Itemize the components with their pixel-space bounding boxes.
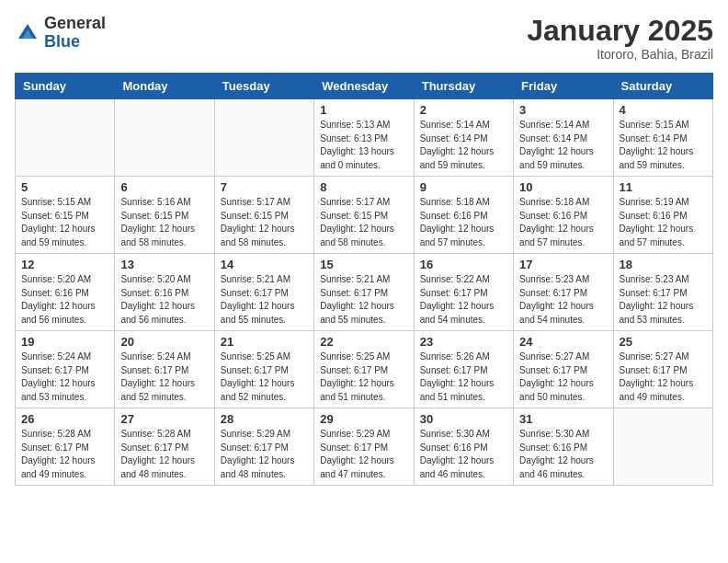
day-number: 19 <box>21 335 108 349</box>
day-info: Sunrise: 5:13 AM Sunset: 6:13 PM Dayligh… <box>320 119 407 172</box>
logo-general: General <box>44 14 106 32</box>
day-info: Sunrise: 5:15 AM Sunset: 6:14 PM Dayligh… <box>620 119 707 172</box>
day-info: Sunrise: 5:27 AM Sunset: 6:17 PM Dayligh… <box>519 350 607 404</box>
day-info: Sunrise: 5:20 AM Sunset: 6:16 PM Dayligh… <box>21 273 108 327</box>
calendar-cell: 4Sunrise: 5:15 AM Sunset: 6:14 PM Daylig… <box>613 99 712 177</box>
day-number: 14 <box>221 258 308 271</box>
calendar-cell: 18Sunrise: 5:23 AM Sunset: 6:17 PM Dayli… <box>613 254 712 331</box>
day-number: 26 <box>21 412 108 426</box>
calendar-cell: 7Sunrise: 5:17 AM Sunset: 6:15 PM Daylig… <box>214 177 313 254</box>
day-number: 22 <box>320 335 407 349</box>
calendar-cell: 24Sunrise: 5:27 AM Sunset: 6:17 PM Dayli… <box>514 331 613 408</box>
day-number: 25 <box>620 335 707 349</box>
page-header: General Blue January 2025 Itororo, Bahia… <box>15 15 713 62</box>
day-info: Sunrise: 5:29 AM Sunset: 6:17 PM Dayligh… <box>221 428 308 481</box>
calendar-cell: 14Sunrise: 5:21 AM Sunset: 6:17 PM Dayli… <box>214 254 313 331</box>
calendar-cell: 31Sunrise: 5:30 AM Sunset: 6:16 PM Dayli… <box>514 408 613 486</box>
location: Itororo, Bahia, Brazil <box>527 47 713 62</box>
day-info: Sunrise: 5:25 AM Sunset: 6:17 PM Dayligh… <box>320 350 407 404</box>
month-title: January 2025 <box>527 15 713 47</box>
day-number: 28 <box>221 412 308 426</box>
calendar-cell: 12Sunrise: 5:20 AM Sunset: 6:16 PM Dayli… <box>16 254 115 331</box>
day-number: 18 <box>620 258 707 271</box>
weekday-header-row: SundayMondayTuesdayWednesdayThursdayFrid… <box>16 74 713 99</box>
calendar-cell: 5Sunrise: 5:15 AM Sunset: 6:15 PM Daylig… <box>16 177 115 254</box>
calendar-week-row: 1Sunrise: 5:13 AM Sunset: 6:13 PM Daylig… <box>16 99 713 177</box>
calendar-table: SundayMondayTuesdayWednesdayThursdayFrid… <box>15 73 713 486</box>
calendar-cell: 25Sunrise: 5:27 AM Sunset: 6:17 PM Dayli… <box>613 331 712 408</box>
day-number: 13 <box>120 258 208 271</box>
day-number: 4 <box>620 103 707 117</box>
day-number: 1 <box>320 103 407 117</box>
calendar-cell: 23Sunrise: 5:26 AM Sunset: 6:17 PM Dayli… <box>414 331 513 408</box>
calendar-cell: 13Sunrise: 5:20 AM Sunset: 6:16 PM Dayli… <box>115 254 214 331</box>
day-info: Sunrise: 5:15 AM Sunset: 6:15 PM Dayligh… <box>21 196 108 249</box>
weekday-header: Monday <box>115 74 214 99</box>
day-info: Sunrise: 5:16 AM Sunset: 6:15 PM Dayligh… <box>120 196 208 249</box>
day-info: Sunrise: 5:24 AM Sunset: 6:17 PM Dayligh… <box>120 350 208 404</box>
calendar-cell: 22Sunrise: 5:25 AM Sunset: 6:17 PM Dayli… <box>314 331 414 408</box>
calendar-week-row: 12Sunrise: 5:20 AM Sunset: 6:16 PM Dayli… <box>16 254 713 331</box>
day-info: Sunrise: 5:24 AM Sunset: 6:17 PM Dayligh… <box>21 350 108 404</box>
day-number: 8 <box>320 180 407 194</box>
logo-icon <box>15 20 40 46</box>
day-info: Sunrise: 5:23 AM Sunset: 6:17 PM Dayligh… <box>620 273 707 327</box>
day-number: 10 <box>519 180 607 194</box>
day-number: 9 <box>420 180 507 194</box>
day-info: Sunrise: 5:29 AM Sunset: 6:17 PM Dayligh… <box>320 428 407 481</box>
weekday-header: Friday <box>514 74 613 99</box>
weekday-header: Wednesday <box>314 74 414 99</box>
day-number: 2 <box>420 103 507 117</box>
logo-blue: Blue <box>44 32 80 51</box>
calendar-cell: 9Sunrise: 5:18 AM Sunset: 6:16 PM Daylig… <box>414 177 513 254</box>
day-number: 23 <box>420 335 507 349</box>
day-info: Sunrise: 5:30 AM Sunset: 6:16 PM Dayligh… <box>420 428 507 481</box>
day-info: Sunrise: 5:14 AM Sunset: 6:14 PM Dayligh… <box>519 119 607 172</box>
day-info: Sunrise: 5:21 AM Sunset: 6:17 PM Dayligh… <box>221 273 308 327</box>
calendar-week-row: 5Sunrise: 5:15 AM Sunset: 6:15 PM Daylig… <box>16 177 713 254</box>
day-number: 15 <box>320 258 407 271</box>
day-number: 7 <box>221 180 308 194</box>
calendar-week-row: 26Sunrise: 5:28 AM Sunset: 6:17 PM Dayli… <box>16 408 713 486</box>
calendar-cell: 3Sunrise: 5:14 AM Sunset: 6:14 PM Daylig… <box>514 99 613 177</box>
day-info: Sunrise: 5:19 AM Sunset: 6:16 PM Dayligh… <box>620 196 707 249</box>
day-info: Sunrise: 5:17 AM Sunset: 6:15 PM Dayligh… <box>221 196 308 249</box>
calendar-cell: 29Sunrise: 5:29 AM Sunset: 6:17 PM Dayli… <box>314 408 414 486</box>
calendar-cell: 30Sunrise: 5:30 AM Sunset: 6:16 PM Dayli… <box>414 408 513 486</box>
logo: General Blue <box>15 15 106 52</box>
day-info: Sunrise: 5:22 AM Sunset: 6:17 PM Dayligh… <box>420 273 507 327</box>
calendar-cell: 6Sunrise: 5:16 AM Sunset: 6:15 PM Daylig… <box>115 177 214 254</box>
day-number: 5 <box>21 180 108 194</box>
day-number: 16 <box>420 258 507 271</box>
day-number: 21 <box>221 335 308 349</box>
weekday-header: Saturday <box>613 74 712 99</box>
day-number: 6 <box>120 180 208 194</box>
day-info: Sunrise: 5:27 AM Sunset: 6:17 PM Dayligh… <box>620 350 707 404</box>
day-info: Sunrise: 5:30 AM Sunset: 6:16 PM Dayligh… <box>519 428 607 481</box>
calendar-cell: 19Sunrise: 5:24 AM Sunset: 6:17 PM Dayli… <box>16 331 115 408</box>
calendar-cell: 11Sunrise: 5:19 AM Sunset: 6:16 PM Dayli… <box>613 177 712 254</box>
calendar-cell: 1Sunrise: 5:13 AM Sunset: 6:13 PM Daylig… <box>314 99 414 177</box>
calendar-cell <box>115 99 214 177</box>
day-info: Sunrise: 5:21 AM Sunset: 6:17 PM Dayligh… <box>320 273 407 327</box>
day-number: 11 <box>620 180 707 194</box>
weekday-header: Thursday <box>414 74 513 99</box>
day-number: 31 <box>519 412 607 426</box>
day-number: 12 <box>21 258 108 271</box>
day-number: 29 <box>320 412 407 426</box>
weekday-header: Tuesday <box>214 74 313 99</box>
calendar-week-row: 19Sunrise: 5:24 AM Sunset: 6:17 PM Dayli… <box>16 331 713 408</box>
day-info: Sunrise: 5:25 AM Sunset: 6:17 PM Dayligh… <box>221 350 308 404</box>
calendar-cell <box>613 408 712 486</box>
logo-text: General Blue <box>44 15 106 52</box>
day-number: 3 <box>519 103 607 117</box>
calendar-cell: 8Sunrise: 5:17 AM Sunset: 6:15 PM Daylig… <box>314 177 414 254</box>
day-number: 24 <box>519 335 607 349</box>
calendar-cell: 17Sunrise: 5:23 AM Sunset: 6:17 PM Dayli… <box>514 254 613 331</box>
day-number: 20 <box>120 335 208 349</box>
day-info: Sunrise: 5:26 AM Sunset: 6:17 PM Dayligh… <box>420 350 507 404</box>
day-info: Sunrise: 5:28 AM Sunset: 6:17 PM Dayligh… <box>120 428 208 481</box>
calendar-cell: 21Sunrise: 5:25 AM Sunset: 6:17 PM Dayli… <box>214 331 313 408</box>
day-info: Sunrise: 5:17 AM Sunset: 6:15 PM Dayligh… <box>320 196 407 249</box>
day-number: 27 <box>120 412 208 426</box>
